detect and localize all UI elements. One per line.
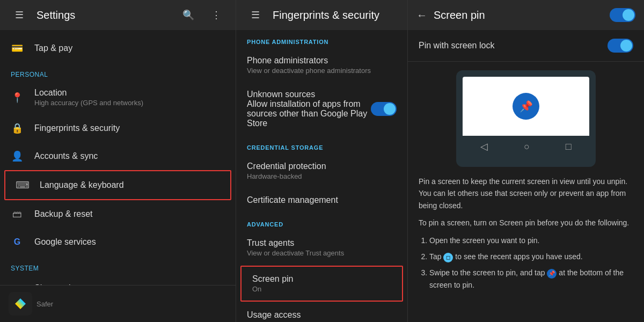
nav-home-icon: ○: [524, 141, 530, 152]
pin-symbol: 📌: [519, 100, 533, 113]
hamburger-icon: ☰: [15, 9, 24, 21]
pin-with-lock-toggle[interactable]: [608, 39, 633, 53]
pin-with-lock-row[interactable]: Pin with screen lock: [408, 30, 644, 62]
sidebar-item-fingerprints-security[interactable]: 🔒 Fingerprints & security: [0, 114, 236, 142]
step-2-icon: ◻: [443, 253, 453, 262]
fingerprints-hamburger-icon: ☰: [251, 9, 260, 21]
language-icon: ⌨: [16, 179, 29, 192]
unknown-sources-toggle[interactable]: [371, 102, 397, 116]
fingerprints-label: Fingerprints & security: [34, 123, 120, 133]
language-text: Language & keyboard: [40, 180, 124, 190]
nav-recents-icon: □: [566, 141, 572, 152]
phone-admins-label: Phone administrators: [247, 56, 397, 65]
settings-list: 💳 Tap & pay PERSONAL 📍 Location High acc…: [0, 30, 236, 285]
sidebar-item-location[interactable]: 📍 Location High accuracy (GPS and networ…: [0, 80, 236, 114]
screen-pin-title: Screen pin: [434, 9, 603, 21]
location-icon: 📍: [11, 91, 24, 104]
security-item-unknown-sources[interactable]: Unknown sources Allow installation of ap…: [236, 82, 407, 136]
pin-with-lock-label: Pin with screen lock: [419, 41, 494, 50]
google-text: Google services: [34, 237, 96, 247]
step-3-icon: 📌: [547, 269, 557, 279]
fingerprints-panel-title: Fingerprints & security: [273, 9, 399, 21]
step-2: Tap ◻ to see the recent apps you have us…: [429, 251, 633, 262]
screen-pin-sublabel: On: [252, 285, 391, 293]
screen-pin-panel: ← Screen pin Pin with screen lock 📌 ◁ ○ …: [408, 0, 644, 322]
sidebar-item-accounts-sync[interactable]: 👤 Accounts & sync: [0, 142, 236, 170]
trust-agents-label: Trust agents: [247, 238, 397, 248]
accounts-label: Accounts & sync: [34, 151, 98, 161]
security-item-screen-pin[interactable]: Screen pin On: [240, 266, 403, 302]
more-icon: ⋮: [211, 9, 221, 21]
search-button[interactable]: 🔍: [178, 4, 199, 26]
phone-demo-container: 📌 ◁ ○ □: [408, 62, 644, 175]
phone-demo: 📌 ◁ ○ □: [456, 70, 596, 167]
screen-pin-header: ← Screen pin: [408, 0, 644, 30]
safer-label: Safer: [36, 300, 53, 308]
accounts-text: Accounts & sync: [34, 151, 98, 161]
security-item-phone-admins[interactable]: Phone administrators View or deactivate …: [236, 48, 407, 82]
fingerprints-hamburger-button[interactable]: ☰: [245, 4, 266, 26]
tap-pay-label: Tap & pay: [34, 43, 72, 53]
settings-panel: ☰ Settings 🔍 ⋮ 💳 Tap & pay PERSONAL 📍 Lo…: [0, 0, 236, 322]
phone-screen: 📌: [463, 77, 589, 136]
language-label: Language & keyboard: [40, 180, 124, 190]
accounts-icon: 👤: [11, 150, 24, 163]
credential-protection-label: Credential protection: [247, 162, 397, 171]
unknown-sources-text: Unknown sources Allow installation of ap…: [247, 90, 371, 128]
security-item-certificate-management[interactable]: Certificate management: [236, 188, 407, 213]
location-label: Location: [34, 88, 143, 98]
credential-protection-sublabel: Hardware-backed: [247, 172, 397, 180]
step-1: Open the screen you want to pin.: [429, 235, 633, 246]
phone-admin-label: PHONE ADMINISTRATION: [236, 30, 407, 48]
fingerprints-icon: 🔒: [11, 122, 24, 135]
trust-agents-sublabel: View or deactivate Trust agents: [247, 249, 397, 257]
system-section-label: SYSTEM: [0, 256, 236, 274]
sidebar-item-language-keyboard[interactable]: ⌨ Language & keyboard: [4, 170, 231, 200]
phone-admins-sublabel: View or deactivate phone administrators: [247, 67, 397, 75]
how-to-title: To pin a screen, turn on Screen pin befo…: [419, 217, 633, 229]
location-text: Location High accuracy (GPS and networks…: [34, 88, 143, 107]
sidebar-item-tap-pay[interactable]: 💳 Tap & pay: [0, 34, 236, 62]
sidebar-item-backup-reset[interactable]: 🗃 Backup & reset: [0, 200, 236, 228]
screen-pin-description: Pin a screen to keep the current screen …: [408, 175, 644, 304]
settings-header: ☰ Settings 🔍 ⋮: [0, 0, 236, 30]
sidebar-item-shortcut-keys[interactable]: ↩ Shortcut keys: [0, 274, 236, 285]
back-button[interactable]: ←: [416, 9, 427, 21]
unknown-sources-sublabel: Allow installation of apps from sources …: [247, 99, 371, 128]
screen-pin-main-toggle[interactable]: [610, 8, 635, 22]
backup-text: Backup & reset: [34, 209, 93, 219]
description-paragraph-1: Pin a screen to keep the current screen …: [419, 175, 633, 211]
steps-list: Open the screen you want to pin. Tap ◻ t…: [419, 235, 633, 291]
diamond-icon: [15, 298, 26, 309]
pin-icon: 📌: [513, 93, 539, 120]
advanced-label: ADVANCED: [236, 213, 407, 231]
security-list: PHONE ADMINISTRATION Phone administrator…: [236, 30, 407, 322]
credential-storage-label: CREDENTIAL STORAGE: [236, 136, 407, 154]
settings-title: Settings: [36, 9, 171, 21]
security-item-credential-protection[interactable]: Credential protection Hardware-backed: [236, 154, 407, 188]
google-label: Google services: [34, 237, 96, 247]
usage-access-label: Usage access: [247, 310, 397, 320]
unknown-sources-label: Unknown sources: [247, 90, 371, 99]
security-item-usage-access[interactable]: Usage access: [236, 303, 407, 322]
fingerprints-text: Fingerprints & security: [34, 123, 120, 133]
personal-section-label: PERSONAL: [0, 62, 236, 80]
phone-nav-bar: ◁ ○ □: [463, 136, 589, 157]
google-icon: G: [11, 236, 24, 248]
safer-logo: [9, 292, 32, 316]
security-item-trust-agents[interactable]: Trust agents View or deactivate Trust ag…: [236, 231, 407, 265]
fingerprints-security-panel: ☰ Fingerprints & security PHONE ADMINIST…: [236, 0, 408, 322]
more-options-button[interactable]: ⋮: [206, 4, 227, 26]
sidebar-item-google-services[interactable]: G Google services: [0, 228, 236, 256]
bottom-app-bar: Safer: [0, 285, 236, 322]
backup-icon: 🗃: [11, 208, 24, 221]
step-3: Swipe to the screen to pin, and tap 📌 at…: [429, 267, 633, 291]
certificate-management-label: Certificate management: [247, 195, 397, 205]
hamburger-button[interactable]: ☰: [9, 4, 30, 26]
location-sublabel: High accuracy (GPS and networks): [34, 99, 143, 107]
backup-label: Backup & reset: [34, 209, 93, 219]
nav-back-icon: ◁: [480, 141, 488, 152]
screen-pin-label: Screen pin: [252, 274, 391, 284]
search-icon: 🔍: [182, 9, 194, 21]
tap-pay-icon: 💳: [11, 42, 24, 55]
